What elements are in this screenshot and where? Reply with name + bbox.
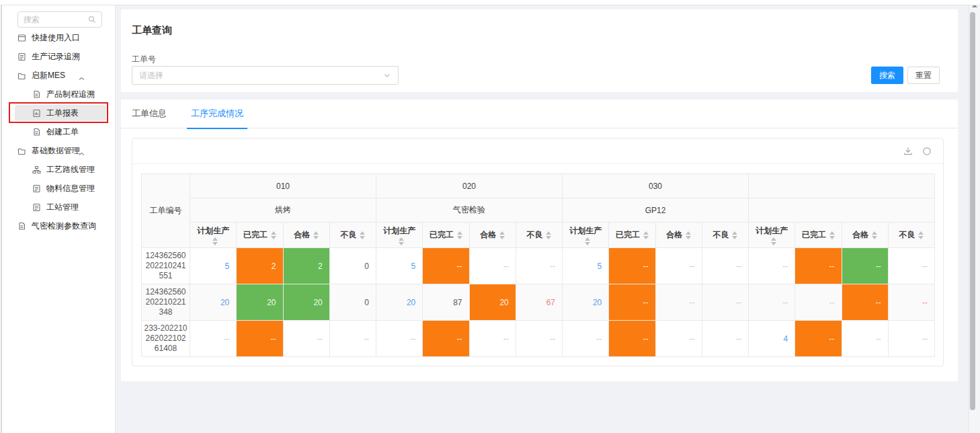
sidebar-item-9[interactable]: 物料信息管理: [0, 179, 116, 198]
sorter-icon[interactable]: [546, 231, 551, 239]
document-icon: [17, 222, 26, 231]
sorter-icon[interactable]: [872, 231, 877, 239]
sorter-icon[interactable]: [212, 237, 218, 245]
page-title: 工单查询: [132, 24, 172, 37]
value-cell: --: [516, 321, 562, 357]
chevron-up-icon[interactable]: [79, 73, 85, 83]
value-cell: --: [749, 284, 795, 321]
order-no-cell: 124362560202210221348: [142, 284, 190, 321]
tab-2[interactable]: 工序完成情况: [191, 100, 243, 128]
sidebar-item-3[interactable]: 启新MES: [0, 66, 116, 85]
value-cell: --: [795, 248, 842, 284]
value-cell: --: [702, 248, 748, 284]
value-cell: --: [655, 248, 702, 284]
sorter-icon[interactable]: [686, 231, 691, 239]
process-code-header-3: 030: [563, 174, 749, 198]
value-cell: 20: [469, 284, 516, 321]
value-cell: 5: [563, 248, 609, 284]
record-trace-icon: [32, 184, 41, 193]
chevron-down-icon: [383, 71, 391, 79]
sorter-icon[interactable]: [499, 231, 505, 239]
sub-column-label: 不良: [712, 229, 729, 241]
value-cell: --: [842, 284, 888, 321]
quantity-link[interactable]: 4: [784, 334, 788, 344]
quantity-link[interactable]: 5: [225, 262, 230, 271]
value-cell: --: [702, 284, 748, 321]
sub-column-header: 计划生产: [749, 223, 795, 248]
sub-column-header: 合格: [655, 223, 702, 248]
sorter-icon[interactable]: [313, 231, 319, 239]
download-icon[interactable]: [903, 146, 913, 157]
sub-column-label: 已完工: [616, 229, 640, 241]
value-cell: --: [609, 321, 655, 357]
search-icon: [88, 15, 96, 24]
sidebar-search-input[interactable]: [24, 15, 88, 24]
value-cell: --: [563, 321, 609, 357]
sorter-icon[interactable]: [457, 231, 462, 239]
sorter-icon[interactable]: [399, 237, 404, 245]
sub-column-label: 计划生产: [756, 225, 788, 237]
sidebar-item-7[interactable]: 基础数据管理: [0, 141, 116, 160]
sidebar-item-8[interactable]: 工艺路线管理: [0, 160, 116, 179]
process-code-header-1: 010: [190, 174, 376, 198]
route-nodes-icon: [32, 165, 41, 174]
folder-icon: [17, 147, 26, 155]
value-cell: --: [190, 321, 237, 357]
value-cell: 0: [329, 284, 376, 321]
reset-button[interactable]: 重置: [907, 67, 940, 84]
sidebar-item-label: 启新MES: [32, 70, 65, 81]
work-order-select[interactable]: 请选择: [132, 66, 399, 85]
value-cell: --: [423, 321, 469, 357]
sorter-icon[interactable]: [829, 231, 835, 239]
value-cell: --: [237, 321, 283, 357]
sub-column-header: 已完工: [609, 223, 655, 248]
sub-column-label: 合格: [480, 229, 496, 241]
table-card: 工单编号010020030烘烤气密检验GP12计划生产已完工合格不良计划生产已完…: [132, 138, 944, 366]
value-cell: 20: [376, 284, 423, 321]
tab-1[interactable]: 工单信息: [132, 100, 167, 128]
sorter-icon[interactable]: [271, 231, 276, 239]
sidebar-item-label: 基础数据管理: [32, 145, 80, 157]
quantity-link[interactable]: 20: [407, 298, 415, 307]
sidebar-item-5[interactable]: 工单报表: [0, 104, 116, 122]
value-cell: 20: [283, 284, 329, 321]
sub-column-label: 不良: [340, 229, 356, 241]
sorter-icon[interactable]: [732, 231, 737, 239]
value-cell: --: [423, 248, 469, 284]
quantity-link[interactable]: 5: [598, 262, 602, 271]
sidebar-item-label: 创建工单: [46, 126, 79, 138]
sidebar-item-1[interactable]: 快捷使用入口: [0, 28, 116, 47]
sidebar-item-4[interactable]: 产品制程追溯: [0, 85, 116, 104]
sidebar-search-box[interactable]: [17, 11, 102, 28]
sub-column-header: 合格: [283, 223, 329, 248]
sidebar-item-6[interactable]: 创建工单: [0, 122, 116, 141]
value-cell: --: [283, 321, 329, 357]
sorter-icon[interactable]: [771, 237, 776, 245]
chevron-up-icon[interactable]: [79, 149, 85, 158]
scrollbar-thumb[interactable]: [970, 12, 975, 410]
quantity-link[interactable]: 5: [411, 262, 416, 271]
sorter-icon[interactable]: [360, 231, 365, 239]
sub-column-header: 不良: [888, 223, 934, 248]
value-cell: --: [655, 284, 702, 321]
refresh-icon[interactable]: [922, 146, 932, 157]
quantity-link[interactable]: 20: [220, 298, 229, 307]
window-top-edge: [0, 0, 980, 5]
sidebar-item-2[interactable]: 生产记录追溯: [0, 47, 116, 66]
sidebar-item-label: 工艺路线管理: [46, 164, 95, 175]
sub-column-header: 不良: [702, 223, 748, 248]
sidebar-item-10[interactable]: 工站管理: [0, 198, 116, 216]
process-completion-table: 工单编号010020030烘烤气密检验GP12计划生产已完工合格不良计划生产已完…: [141, 173, 935, 357]
vertical-scrollbar[interactable]: [969, 0, 980, 433]
sorter-icon[interactable]: [918, 231, 924, 239]
value-cell: 4: [749, 321, 795, 357]
main-content: 工单查询 工单号 请选择 搜索 重置 工单信息工序完成情况: [116, 5, 969, 433]
sidebar-item-11[interactable]: 气密检测参数查询: [0, 216, 116, 235]
quantity-link[interactable]: 20: [593, 298, 602, 307]
record-trace-icon: [32, 203, 41, 212]
search-button[interactable]: 搜索: [871, 67, 903, 84]
sorter-icon[interactable]: [585, 237, 590, 245]
sorter-icon[interactable]: [643, 231, 649, 239]
value-cell: --: [516, 248, 562, 284]
value-cell: 67: [516, 284, 562, 321]
